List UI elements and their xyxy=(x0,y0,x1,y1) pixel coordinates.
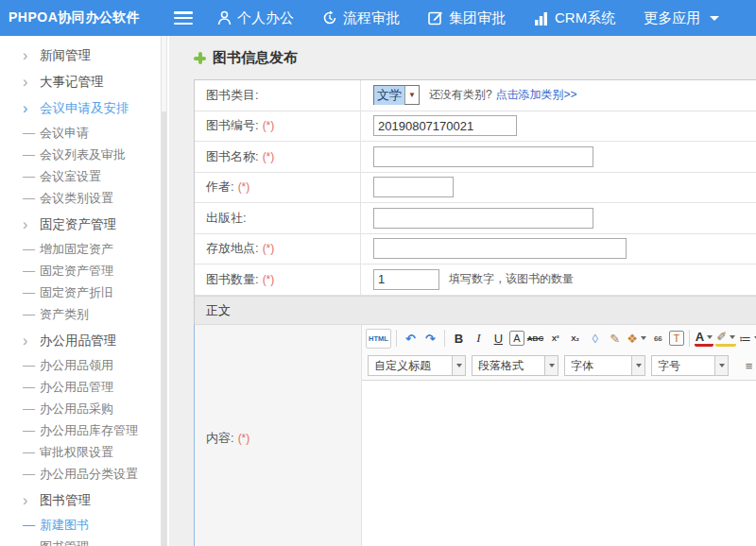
dropdown-caret-icon xyxy=(641,336,646,340)
sidebar-item-8[interactable]: —增加固定资产 xyxy=(0,238,169,260)
nav-item-group-approval[interactable]: 集团审批 xyxy=(428,9,506,27)
subscript-button[interactable]: X₂ xyxy=(566,329,584,349)
font-size-select[interactable]: 字号 xyxy=(651,355,729,376)
nav-item-process-approval[interactable]: 流程审批 xyxy=(322,9,400,27)
remove-format-button[interactable]: ◊ xyxy=(586,329,604,349)
sidebar-scrollbar-thumb[interactable] xyxy=(162,111,166,546)
editor-content-area[interactable] xyxy=(362,381,756,546)
add-plus-icon xyxy=(194,52,206,64)
sidebar-item-17[interactable]: —审批权限设置 xyxy=(0,441,169,463)
required-mark: (*) xyxy=(263,242,275,255)
paste-plain-button[interactable]: T xyxy=(669,331,684,346)
paragraph-format-select[interactable]: 段落格式 xyxy=(472,355,558,376)
top-nav-items: 个人办公 流程审批 集团审批 CRM系统 更 xyxy=(217,9,747,27)
highlight-color-button[interactable]: ✐ xyxy=(715,331,736,347)
font-color-button[interactable]: A xyxy=(695,331,713,347)
form-row-book-name: 图书名称:(*) xyxy=(195,142,756,173)
required-mark: (*) xyxy=(263,119,275,132)
align-left-button[interactable]: ≡ xyxy=(740,356,756,376)
source-code-button-glyph: HTML xyxy=(369,334,388,343)
book-quantity-input[interactable] xyxy=(373,269,439,290)
sidebar-item-6[interactable]: —会议类别设置 xyxy=(0,187,169,209)
sidebar-item-3[interactable]: —会议申请 xyxy=(0,122,169,144)
font-family-select[interactable]: 字体 xyxy=(564,355,645,376)
font-family-select-label: 字体 xyxy=(565,356,631,375)
sidebar-item-9[interactable]: —固定资产管理 xyxy=(0,260,169,282)
storage-location-input[interactable] xyxy=(373,238,627,259)
ordered-list-button[interactable]: ≔ xyxy=(738,329,756,349)
author-input[interactable] xyxy=(373,177,454,197)
chevron-right-icon: › xyxy=(23,334,40,347)
dash-icon: — xyxy=(23,169,40,183)
paint-format-button[interactable]: ❖ xyxy=(626,329,647,349)
custom-title-select[interactable]: 自定义标题 xyxy=(368,355,466,376)
nav-item-personal-office[interactable]: 个人办公 xyxy=(217,9,294,27)
dash-icon: — xyxy=(23,445,40,459)
dash-icon: — xyxy=(23,539,40,546)
nav-item-more-apps[interactable]: 更多应用 xyxy=(644,9,719,27)
dash-icon: — xyxy=(23,191,40,205)
bold-button[interactable]: B xyxy=(450,329,468,349)
toolbar-separator xyxy=(396,330,397,347)
sidebar-item-1[interactable]: ›大事记管理 xyxy=(0,71,169,93)
person-icon xyxy=(217,10,232,26)
format-painter-button[interactable]: ✎ xyxy=(606,329,624,349)
nav-item-label: 个人办公 xyxy=(237,9,294,27)
toolbar-separator xyxy=(689,330,690,347)
sidebar-item-label: 固定资产管理 xyxy=(40,263,113,280)
dropdown-arrow-box xyxy=(544,356,558,375)
field-label-cell: 图书名称:(*) xyxy=(195,142,361,172)
sidebar-item-0[interactable]: ›新闻管理 xyxy=(0,44,169,66)
redo-button[interactable]: ↷ xyxy=(421,329,439,349)
autotypeset-button[interactable]: A xyxy=(509,331,524,346)
chevron-down-icon xyxy=(710,16,719,21)
dropdown-arrow-box xyxy=(452,356,465,375)
add-category-link[interactable]: 点击添加类别>> xyxy=(496,87,577,103)
italic-button[interactable]: I xyxy=(470,329,488,349)
book-name-input[interactable] xyxy=(373,146,593,167)
sidebar-item-2[interactable]: ›会议申请及安排 xyxy=(0,97,169,119)
menu-hamburger-icon[interactable] xyxy=(174,11,193,25)
field-value-cell xyxy=(361,177,756,197)
sidebar-item-19[interactable]: ›图书管理 xyxy=(0,489,169,511)
strikethrough-button[interactable]: ABC xyxy=(526,329,544,349)
body-section-header: 正文 xyxy=(194,296,756,324)
sidebar-item-label: 大事记管理 xyxy=(40,74,104,91)
dash-icon: — xyxy=(23,518,40,532)
sidebar-item-13[interactable]: —办公用品领用 xyxy=(0,354,169,376)
blockquote-button-glyph: 66 xyxy=(654,334,662,343)
source-code-button[interactable]: HTML xyxy=(366,329,391,349)
field-hint: 还没有类别? xyxy=(429,87,492,103)
sidebar-item-12[interactable]: ›办公用品管理 xyxy=(0,330,169,351)
field-label: 出版社: xyxy=(206,210,247,227)
sidebar-item-7[interactable]: ›固定资产管理 xyxy=(0,213,169,235)
blockquote-button[interactable]: 66 xyxy=(649,329,667,349)
sidebar-item-20[interactable]: —新建图书 xyxy=(0,514,169,536)
book-number-input[interactable] xyxy=(373,115,517,136)
dash-icon: — xyxy=(23,358,40,372)
underline-button[interactable]: U xyxy=(490,329,507,349)
superscript-button[interactable]: X² xyxy=(546,329,564,349)
sidebar-item-16[interactable]: —办公用品库存管理 xyxy=(0,419,169,441)
sidebar-item-10[interactable]: —固定资产折旧 xyxy=(0,282,169,303)
sidebar-item-14[interactable]: —办公用品管理 xyxy=(0,376,169,398)
ordered-list-button-glyph: ≔ xyxy=(739,332,751,346)
paint-format-button-glyph: ❖ xyxy=(627,332,638,346)
dropdown-caret-icon xyxy=(636,364,642,367)
sidebar-item-21[interactable]: —图书管理 xyxy=(0,536,169,546)
dash-icon: — xyxy=(23,467,40,481)
custom-title-select-label: 自定义标题 xyxy=(369,356,452,375)
sidebar-item-15[interactable]: —办公用品采购 xyxy=(0,398,169,419)
sidebar-item-5[interactable]: —会议室设置 xyxy=(0,165,169,187)
sidebar-item-4[interactable]: —会议列表及审批 xyxy=(0,144,169,165)
form-row-book-category: 图书类目:文学▼还没有类别?点击添加类别>> xyxy=(195,80,756,111)
sidebar-item-11[interactable]: —资产类别 xyxy=(0,303,169,325)
nav-item-crm-system[interactable]: CRM系统 xyxy=(534,9,615,27)
bar-chart-icon xyxy=(534,11,549,26)
sidebar-scrollbar[interactable] xyxy=(161,36,167,546)
book-category-select[interactable]: 文学▼ xyxy=(373,85,420,105)
required-mark: (*) xyxy=(263,150,275,163)
sidebar-item-18[interactable]: —办公用品分类设置 xyxy=(0,463,169,485)
publisher-input[interactable] xyxy=(373,208,593,229)
undo-button[interactable]: ↶ xyxy=(402,329,420,349)
